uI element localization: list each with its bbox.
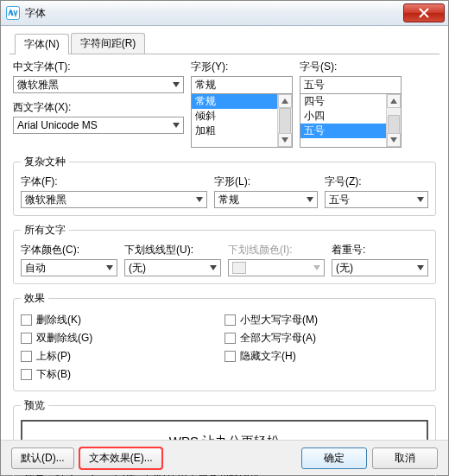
style-input[interactable]: 常规 — [191, 76, 293, 93]
chevron-down-icon — [168, 77, 183, 92]
complex-size-combo[interactable]: 五号 — [325, 191, 428, 208]
style-listbox[interactable]: 常规 倾斜 加粗 — [191, 93, 293, 148]
size-label: 字号(S): — [300, 60, 402, 74]
complex-style-value: 常规 — [215, 193, 302, 207]
subscript-label: 下标(B) — [36, 367, 71, 382]
complex-size-value: 五号 — [326, 193, 413, 207]
underline-color-combo — [228, 259, 325, 276]
checkbox-icon — [21, 351, 32, 362]
scroll-up-icon[interactable] — [278, 94, 292, 108]
checkbox-icon — [224, 351, 236, 362]
all-text-group: 所有文字 字体颜色(C): 自动 下划线线型(U): (无) — [13, 223, 436, 284]
superscript-checkbox[interactable]: 上标(P) — [21, 349, 224, 364]
complex-style-combo[interactable]: 常规 — [214, 191, 318, 208]
checkbox-icon — [21, 333, 32, 344]
ok-button[interactable]: 确定 — [301, 447, 367, 469]
chevron-down-icon — [206, 260, 220, 276]
allcaps-label: 全部大写字母(A) — [240, 331, 316, 346]
checkbox-icon — [224, 333, 236, 344]
underline-style-value: (无) — [125, 261, 206, 276]
list-item[interactable]: 倾斜 — [192, 109, 278, 124]
allcaps-checkbox[interactable]: 全部大写字母(A) — [224, 331, 428, 346]
tab-spacing[interactable]: 字符间距(R) — [71, 33, 146, 54]
emphasis-value: (无) — [332, 261, 413, 276]
text-effect-button[interactable]: 文本效果(E)... — [79, 447, 162, 469]
chinese-font-combo[interactable]: 微软雅黑 — [13, 76, 184, 93]
complex-legend: 复杂文种 — [21, 155, 69, 169]
smallcaps-checkbox[interactable]: 小型大写字母(M) — [224, 313, 428, 327]
complex-font-value: 微软雅黑 — [22, 193, 192, 207]
superscript-label: 上标(P) — [36, 349, 71, 364]
scroll-down-icon[interactable] — [278, 133, 292, 147]
chevron-down-icon — [413, 192, 427, 207]
list-item[interactable]: 五号 — [300, 124, 387, 138]
chevron-down-icon — [413, 260, 427, 276]
tab-strip: 字体(N) 字符间距(R) — [9, 35, 440, 54]
close-button[interactable] — [403, 3, 445, 22]
emphasis-combo[interactable]: (无) — [332, 259, 428, 276]
checkbox-icon — [224, 314, 236, 326]
chevron-down-icon — [168, 117, 183, 133]
strike-label: 删除线(K) — [36, 313, 81, 327]
preview-legend: 预览 — [21, 398, 48, 413]
app-icon — [6, 6, 20, 20]
hidden-checkbox[interactable]: 隐藏文字(H) — [224, 349, 428, 364]
font-dialog: 字体 字体(N) 字符间距(R) 中文字体(T): 微软雅黑 西文字体(X): … — [0, 0, 449, 476]
scroll-down-icon[interactable] — [387, 133, 401, 147]
complex-font-combo[interactable]: 微软雅黑 — [21, 191, 207, 208]
list-item[interactable]: 四号 — [300, 94, 387, 109]
scrollbar[interactable] — [277, 94, 292, 147]
chevron-down-icon — [102, 260, 117, 276]
effects-group: 效果 删除线(K) 双删除线(G) 上标(P) 下标(B) 小型大写字母(M) … — [13, 291, 436, 391]
font-color-combo[interactable]: 自动 — [21, 259, 117, 276]
checkbox-icon — [21, 314, 32, 326]
chinese-font-value: 微软雅黑 — [14, 78, 168, 92]
tab-font[interactable]: 字体(N) — [15, 34, 69, 54]
hidden-label: 隐藏文字(H) — [240, 349, 296, 364]
font-color-label: 字体颜色(C): — [21, 243, 117, 257]
style-label: 字形(Y): — [191, 60, 293, 74]
list-item[interactable]: 小四 — [300, 109, 387, 124]
size-input[interactable]: 五号 — [300, 76, 402, 93]
default-button[interactable]: 默认(D)... — [11, 447, 74, 469]
dialog-footer: 默认(D)... 文本效果(E)... 确定 取消 — [1, 440, 448, 475]
color-swatch-icon — [232, 262, 246, 274]
alltext-legend: 所有文字 — [21, 223, 69, 238]
size-value: 五号 — [300, 78, 401, 92]
font-color-value: 自动 — [22, 261, 102, 276]
complex-size-label: 字号(Z): — [325, 175, 428, 189]
underline-style-label: 下划线线型(U): — [124, 243, 221, 257]
chevron-down-icon — [302, 192, 317, 207]
complex-scripts-group: 复杂文种 字体(F): 微软雅黑 字形(L): 常规 — [13, 155, 436, 216]
underline-color-label: 下划线颜色(I): — [228, 243, 325, 257]
list-item[interactable]: 常规 — [192, 94, 278, 109]
list-item[interactable]: 加粗 — [192, 124, 278, 138]
close-icon — [418, 7, 430, 19]
complex-style-label: 字形(L): — [214, 175, 318, 189]
title-bar: 字体 — [1, 1, 448, 26]
double-strike-checkbox[interactable]: 双删除线(G) — [21, 331, 224, 346]
strike-checkbox[interactable]: 删除线(K) — [21, 313, 224, 327]
checkbox-icon — [21, 369, 32, 380]
western-font-combo[interactable]: Arial Unicode MS — [13, 117, 184, 134]
scrollbar[interactable] — [386, 94, 401, 147]
effects-legend: 效果 — [21, 291, 48, 306]
cancel-button[interactable]: 取消 — [372, 447, 438, 469]
window-title: 字体 — [25, 6, 403, 21]
western-font-value: Arial Unicode MS — [14, 119, 168, 131]
emphasis-label: 着重号: — [332, 243, 428, 257]
content-area: 中文字体(T): 微软雅黑 西文字体(X): Arial Unicode MS … — [1, 54, 448, 476]
complex-font-label: 字体(F): — [21, 175, 207, 189]
size-listbox[interactable]: 四号 小四 五号 — [300, 93, 402, 148]
subscript-checkbox[interactable]: 下标(B) — [21, 367, 224, 382]
scroll-up-icon[interactable] — [387, 94, 401, 108]
svg-rect-0 — [7, 7, 20, 20]
western-font-label: 西文字体(X): — [13, 100, 184, 115]
style-value: 常规 — [192, 78, 292, 92]
chevron-down-icon — [192, 192, 206, 207]
double-strike-label: 双删除线(G) — [36, 331, 92, 346]
chevron-down-icon — [309, 260, 324, 276]
chinese-font-label: 中文字体(T): — [13, 60, 184, 74]
underline-style-combo[interactable]: (无) — [124, 259, 221, 276]
scroll-thumb[interactable] — [279, 108, 291, 136]
